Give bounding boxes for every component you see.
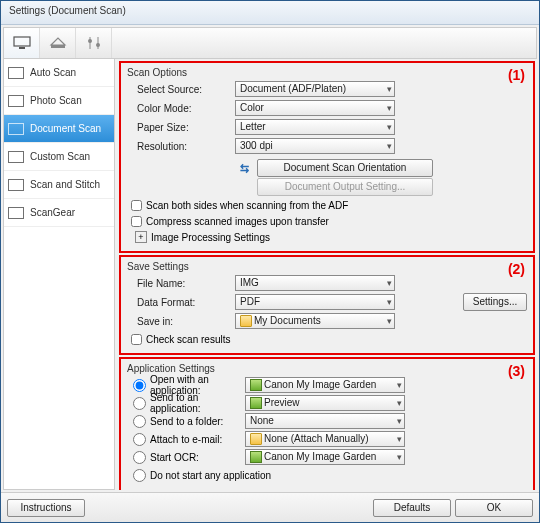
- svg-rect-0: [14, 37, 30, 46]
- page-icon: [8, 95, 24, 107]
- send-to-application-combo[interactable]: Preview: [245, 395, 405, 411]
- settings-window: Settings (Document Scan) Auto Scan Photo…: [0, 0, 540, 523]
- toolbar-tab-preferences[interactable]: [76, 28, 112, 58]
- send-to-folder-combo[interactable]: None: [245, 413, 405, 429]
- scan-both-sides-checkbox[interactable]: Scan both sides when scanning from the A…: [127, 197, 527, 213]
- app-icon: [250, 397, 262, 409]
- toolbar-tab-scanner[interactable]: [40, 28, 76, 58]
- resolution-combo[interactable]: 300 dpi: [235, 138, 395, 154]
- section-application-settings: Application Settings (3) Open with an ap…: [119, 357, 535, 490]
- sidebar-item-auto-scan[interactable]: Auto Scan: [4, 59, 114, 87]
- instructions-button[interactable]: Instructions: [7, 499, 85, 517]
- resolution-label: Resolution:: [127, 141, 235, 152]
- paper-size-label: Paper Size:: [127, 122, 235, 133]
- send-to-application-radio[interactable]: Send to an application: Preview: [127, 394, 527, 412]
- inner-area: Auto Scan Photo Scan Document Scan Custo…: [1, 25, 539, 492]
- titlebar: Settings (Document Scan): [1, 1, 539, 25]
- section-save-settings: Save Settings (2) File Name: IMG Data Fo…: [119, 255, 535, 355]
- select-source-label: Select Source:: [127, 84, 235, 95]
- sidebar-item-scangear[interactable]: ScanGear: [4, 199, 114, 227]
- save-settings-title: Save Settings: [127, 261, 527, 272]
- sidebar: Auto Scan Photo Scan Document Scan Custo…: [3, 59, 115, 490]
- attach-to-email-radio[interactable]: Attach to e-mail: None (Attach Manually): [127, 430, 527, 448]
- window-title: Settings (Document Scan): [9, 5, 126, 16]
- svg-point-5: [88, 39, 92, 43]
- top-toolbar: [3, 27, 537, 59]
- monitor-icon: [12, 35, 32, 51]
- folder-icon: [250, 433, 262, 445]
- data-format-settings-button[interactable]: Settings...: [463, 293, 527, 311]
- compress-checkbox[interactable]: Compress scanned images upon transfer: [127, 213, 527, 229]
- svg-point-6: [96, 43, 100, 47]
- page-icon: [8, 179, 24, 191]
- color-mode-label: Color Mode:: [127, 103, 235, 114]
- callout-1: (1): [508, 67, 525, 83]
- color-mode-combo[interactable]: Color: [235, 100, 395, 116]
- app-icon: [250, 379, 262, 391]
- page-icon: [8, 67, 24, 79]
- sliders-icon: [84, 35, 104, 51]
- app-icon: [250, 451, 262, 463]
- send-to-folder-radio[interactable]: Send to a folder: None: [127, 412, 527, 430]
- select-source-combo[interactable]: Document (ADF/Platen): [235, 81, 395, 97]
- page-icon: [8, 123, 24, 135]
- attach-to-email-combo[interactable]: None (Attach Manually): [245, 431, 405, 447]
- ok-button[interactable]: OK: [455, 499, 533, 517]
- main-panel: Scan Options (1) Select Source: Document…: [115, 59, 537, 490]
- check-scan-results-checkbox[interactable]: Check scan results: [127, 331, 527, 347]
- toolbar-tab-computer[interactable]: [4, 28, 40, 58]
- footer: Instructions Defaults OK: [1, 492, 539, 522]
- callout-2: (2): [508, 261, 525, 277]
- page-icon: [8, 207, 24, 219]
- svg-rect-2: [51, 45, 65, 48]
- sidebar-item-custom-scan[interactable]: Custom Scan: [4, 143, 114, 171]
- data-format-label: Data Format:: [127, 297, 235, 308]
- section-scan-options: Scan Options (1) Select Source: Document…: [119, 61, 535, 253]
- folder-icon: [240, 315, 252, 327]
- callout-3: (3): [508, 363, 525, 379]
- output-setting-button: Document Output Setting...: [257, 178, 433, 196]
- orientation-icon: ⇆: [240, 162, 249, 174]
- sidebar-item-photo-scan[interactable]: Photo Scan: [4, 87, 114, 115]
- svg-rect-1: [19, 47, 25, 49]
- save-in-label: Save in:: [127, 316, 235, 327]
- scanner-icon: [48, 35, 68, 51]
- save-in-combo[interactable]: My Documents: [235, 313, 395, 329]
- paper-size-combo[interactable]: Letter: [235, 119, 395, 135]
- do-not-start-radio[interactable]: Do not start any application: [127, 466, 527, 484]
- file-name-combo[interactable]: IMG: [235, 275, 395, 291]
- open-with-application-combo[interactable]: Canon My Image Garden: [245, 377, 405, 393]
- body-split: Auto Scan Photo Scan Document Scan Custo…: [3, 59, 537, 490]
- orientation-settings-button[interactable]: Document Scan Orientation Settings...: [257, 159, 433, 177]
- image-processing-expand[interactable]: +Image Processing Settings: [127, 229, 527, 245]
- start-ocr-radio[interactable]: Start OCR: Canon My Image Garden: [127, 448, 527, 466]
- defaults-button[interactable]: Defaults: [373, 499, 451, 517]
- start-ocr-combo[interactable]: Canon My Image Garden: [245, 449, 405, 465]
- application-settings-title: Application Settings: [127, 363, 527, 374]
- plus-icon: +: [135, 231, 147, 243]
- sidebar-item-scan-and-stitch[interactable]: Scan and Stitch: [4, 171, 114, 199]
- sidebar-item-document-scan[interactable]: Document Scan: [4, 115, 114, 143]
- page-icon: [8, 151, 24, 163]
- data-format-combo[interactable]: PDF: [235, 294, 395, 310]
- file-name-label: File Name:: [127, 278, 235, 289]
- scan-options-title: Scan Options: [127, 67, 527, 78]
